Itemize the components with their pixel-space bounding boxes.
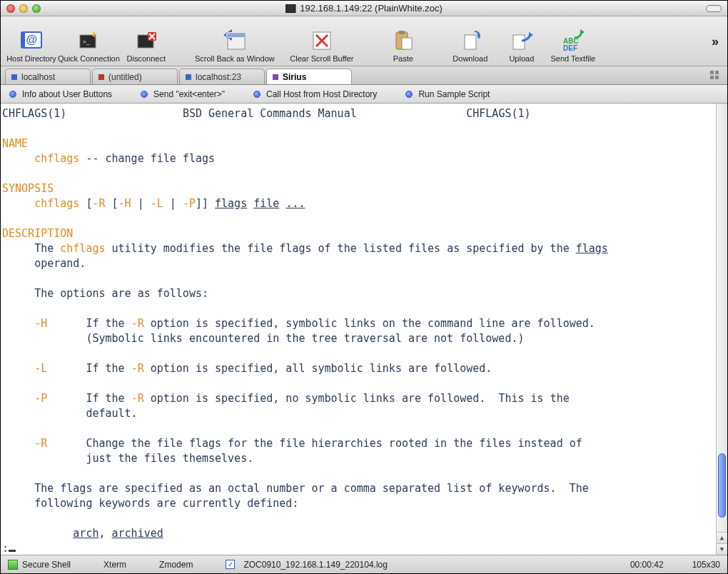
user-button-label: Send "exit<enter>" [153, 89, 225, 99]
scroll-back-button[interactable]: Scroll Back as Window [188, 20, 281, 63]
status-bar: Secure Shell Xterm Zmodem ✓ ZOC0910_192.… [1, 555, 727, 573]
user-button-send-exit[interactable]: Send "exit<enter>" [141, 89, 225, 99]
user-button-bar: Info about User Buttons Send "exit<enter… [1, 85, 727, 104]
status-shell: Secure Shell [22, 560, 71, 570]
tab-status-icon [186, 74, 191, 80]
tab-status-icon [98, 74, 104, 80]
svg-rect-13 [402, 38, 412, 49]
paste-button[interactable]: Paste [378, 20, 428, 63]
upload-button[interactable]: Upload [497, 20, 547, 63]
toolbar-label: Upload [509, 54, 534, 63]
quick-connection-button[interactable]: >_ Quick Connection [58, 20, 120, 63]
tab-status-icon [273, 74, 278, 80]
terminal[interactable]: CHFLAGS(1) BSD General Commands Manual C… [1, 104, 727, 555]
connection-status-icon [8, 560, 18, 570]
scroll-back-icon [222, 27, 248, 53]
tab-label: localhost:23 [196, 72, 241, 82]
toolbar-label: Paste [393, 54, 413, 63]
disconnect-button[interactable]: Disconnect [121, 20, 171, 63]
tab-bar: localhost (untitled) localhost:23 Sirius [1, 66, 727, 85]
svg-rect-12 [399, 31, 405, 34]
host-directory-icon: @ [19, 27, 44, 53]
toolbar-label: Quick Connection [58, 54, 120, 63]
toolbar-label: Host Directory [6, 54, 56, 63]
clear-scroll-icon [309, 27, 335, 53]
svg-text:DEF: DEF [563, 44, 577, 52]
terminal-content[interactable]: CHFLAGS(1) BSD General Commands Manual C… [1, 104, 716, 555]
tab-grid-button[interactable] [710, 71, 720, 81]
minimize-window-button[interactable] [19, 4, 28, 13]
bullet-icon [141, 91, 148, 98]
disconnect-icon [133, 27, 159, 53]
toolbar-label: Disconnect [127, 54, 166, 63]
toolbar-label: Send Textfile [550, 54, 595, 63]
zoom-window-button[interactable] [32, 4, 41, 13]
host-directory-button[interactable]: @ Host Directory [6, 20, 56, 63]
bullet-icon [253, 91, 261, 98]
user-button-label: Run Sample Script [418, 89, 490, 99]
toolbar: @ Host Directory >_ Quick Connection Dis… [1, 16, 727, 66]
svg-marker-17 [529, 32, 533, 38]
status-time: 00:00:42 [630, 560, 664, 570]
svg-rect-2 [21, 32, 25, 48]
tab-sirius[interactable]: Sirius [266, 69, 352, 84]
window-controls [1, 4, 41, 13]
toolbar-label: Scroll Back as Window [195, 54, 275, 63]
send-textfile-icon: ABCDEF [560, 27, 586, 53]
tab-status-icon [11, 74, 17, 80]
tab-localhost[interactable]: localhost [5, 69, 91, 84]
user-button-label: Call Host from Host Directory [266, 89, 377, 99]
quick-connection-icon: >_ [76, 27, 101, 53]
svg-marker-15 [477, 36, 480, 39]
send-textfile-button[interactable]: ABCDEF Send Textfile [548, 20, 598, 63]
svg-rect-14 [465, 35, 476, 49]
scrollbar[interactable]: ▲ ▼ [716, 104, 727, 555]
download-icon [457, 27, 483, 53]
tab-label: (untitled) [108, 72, 142, 82]
status-logfile: ZOC0910_192.168.1.149_220104.log [243, 560, 388, 570]
svg-marker-20 [580, 29, 585, 35]
toolbar-label: Download [453, 54, 487, 63]
paste-icon [390, 27, 416, 53]
tab-label: localhost [21, 72, 55, 82]
svg-rect-16 [513, 35, 525, 49]
status-term: Xterm [103, 560, 126, 570]
scroll-down-button[interactable]: ▼ [717, 543, 727, 555]
user-button-run-script[interactable]: Run Sample Script [405, 89, 490, 99]
toolbar-label: Clear Scroll Buffer [290, 54, 353, 63]
close-window-button[interactable] [6, 4, 15, 13]
svg-text:@: @ [26, 34, 37, 46]
status-size: 105x30 [692, 560, 720, 570]
bullet-icon [405, 91, 413, 98]
log-check-icon: ✓ [226, 560, 235, 569]
tab-localhost23[interactable]: localhost:23 [179, 69, 265, 84]
window-title-text: 192.168.1.149:22 (PlainWhite.zoc) [300, 3, 442, 14]
toolbar-toggle-button[interactable] [706, 5, 722, 12]
cursor [9, 550, 16, 552]
status-proto: Zmodem [159, 560, 193, 570]
svg-text:>_: >_ [83, 39, 90, 45]
user-button-info[interactable]: Info about User Buttons [9, 89, 112, 99]
download-button[interactable]: Download [445, 20, 495, 63]
tab-untitled[interactable]: (untitled) [92, 69, 178, 84]
bullet-icon [9, 91, 16, 98]
terminal-icon [285, 4, 295, 13]
svg-rect-9 [228, 34, 245, 37]
toolbar-overflow-button[interactable]: » [712, 34, 719, 49]
titlebar: 192.168.1.149:22 (PlainWhite.zoc) [1, 1, 727, 16]
user-button-label: Info about User Buttons [22, 89, 112, 99]
user-button-call-host[interactable]: Call Host from Host Directory [253, 89, 377, 99]
scroll-thumb[interactable] [718, 453, 726, 518]
clear-scroll-button[interactable]: Clear Scroll Buffer [283, 20, 361, 63]
upload-icon [509, 27, 535, 53]
window-title: 192.168.1.149:22 (PlainWhite.zoc) [285, 3, 442, 14]
tab-label: Sirius [283, 72, 306, 82]
